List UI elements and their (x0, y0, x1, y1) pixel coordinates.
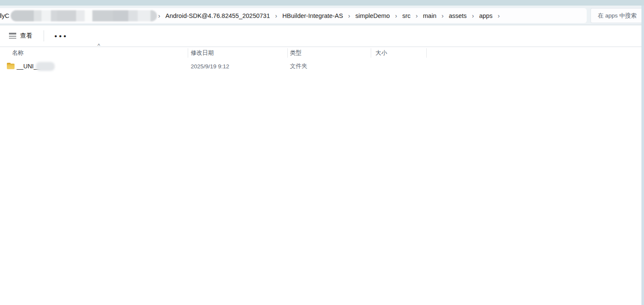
column-header-type[interactable]: 类型 (290, 47, 301, 59)
address-bar: yC › Android-SDK@4.76.82455_20250731 › H… (0, 6, 641, 25)
file-date-modified: 2025/9/19 9:12 (191, 60, 229, 72)
sort-ascending-icon: ^ (95, 43, 103, 48)
clipped-path-text: yC (2, 12, 9, 19)
breadcrumb-item-assets[interactable]: assets (445, 12, 470, 19)
search-input[interactable] (591, 12, 641, 19)
window-titlebar (0, 0, 644, 6)
view-button-label: 查看 (20, 32, 32, 40)
breadcrumb-chevron-icon[interactable]: › (414, 12, 419, 19)
breadcrumb: yC › Android-SDK@4.76.82455_20250731 › H… (0, 8, 587, 23)
breadcrumb-chevron-icon[interactable]: › (274, 12, 278, 19)
breadcrumb-item-apps[interactable]: apps (475, 12, 496, 19)
file-row[interactable]: __UNI__08 2025/9/19 9:12 文件夹 (0, 60, 428, 72)
file-explorer-window: yC › Android-SDK@4.76.82455_20250731 › H… (0, 0, 644, 305)
breadcrumb-item-android-sdk[interactable]: Android-SDK@4.76.82455_20250731 (162, 12, 274, 19)
column-resize-handle[interactable] (371, 48, 371, 58)
list-lines-icon (9, 33, 16, 38)
clipped-letter-stroke (0, 13, 1, 18)
column-resize-handle[interactable] (188, 48, 188, 58)
file-type: 文件夹 (290, 60, 307, 72)
breadcrumb-item-src[interactable]: src (399, 12, 414, 19)
breadcrumb-item-main[interactable]: main (419, 12, 440, 19)
view-button[interactable]: 查看 (6, 29, 36, 42)
column-header-date-modified[interactable]: 修改日期 (191, 47, 214, 59)
column-header-name[interactable]: 名称 (12, 47, 24, 59)
breadcrumb-item-simpledemo[interactable]: simpleDemo (352, 12, 394, 19)
search-box (591, 8, 641, 23)
redacted-file-name-segment (36, 62, 55, 71)
column-resize-handle[interactable] (426, 48, 427, 58)
toolbar-divider (44, 30, 44, 41)
column-headers: ^ 名称 修改日期 类型 大小 (0, 47, 641, 59)
column-resize-handle[interactable] (287, 48, 288, 58)
breadcrumb-chevron-icon[interactable]: › (394, 12, 399, 19)
breadcrumb-chevron-icon[interactable]: › (470, 12, 475, 19)
breadcrumb-chevron-icon[interactable]: › (496, 12, 501, 19)
breadcrumb-chevron-icon[interactable]: › (440, 12, 445, 19)
breadcrumb-chevron-icon[interactable]: › (157, 12, 162, 19)
column-header-size[interactable]: 大小 (375, 47, 387, 59)
redacted-path-segment (11, 10, 157, 21)
folder-icon (7, 63, 15, 69)
breadcrumb-item-hbuilder-integrate-as[interactable]: HBuilder-Integrate-AS (278, 12, 347, 19)
see-more-button[interactable]: ●●● (50, 30, 72, 42)
breadcrumb-chevron-icon[interactable]: › (347, 12, 352, 19)
window-edge-strip (641, 6, 644, 305)
